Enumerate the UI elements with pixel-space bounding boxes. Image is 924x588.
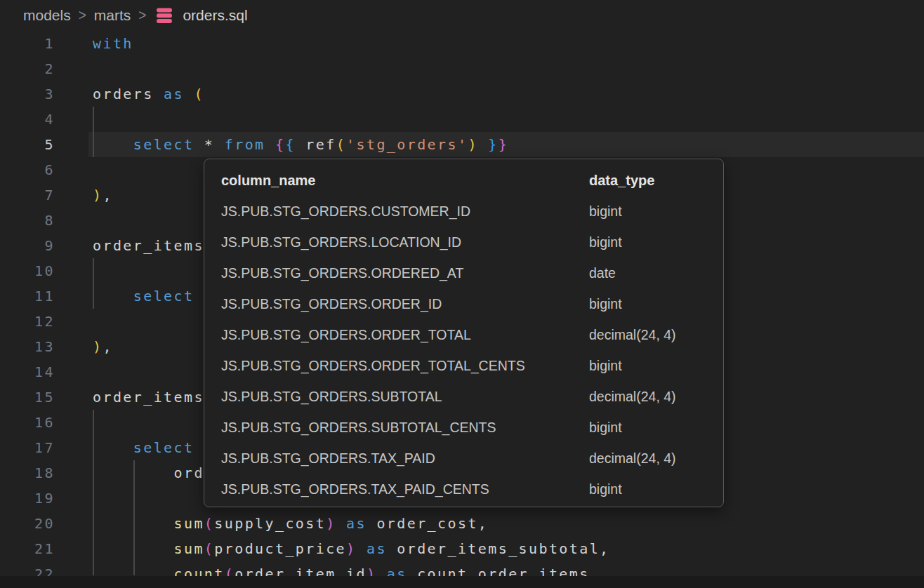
data-type-cell: decimal(24, 4): [589, 327, 676, 343]
code-line[interactable]: select * from {{ ref('stg_orders') }}: [93, 132, 610, 157]
data-type-cell: bigint: [589, 234, 622, 250]
code-token: as: [164, 86, 184, 102]
code-token: [93, 136, 133, 153]
code-token: (: [336, 136, 346, 153]
column-name-cell: JS.PUB.STG_ORDERS.SUBTOTAL: [221, 389, 589, 405]
chevron-right-icon: >: [138, 6, 146, 24]
column-info-hover-popup: column_name data_type JS.PUB.STG_ORDERS.…: [204, 159, 724, 507]
code-token: *: [194, 136, 224, 153]
table-row: JS.PUB.STG_ORDERS.SUBTOTALdecimal(24, 4): [221, 381, 723, 412]
column-name-cell: JS.PUB.STG_ORDERS.ORDER_TOTAL_CENTS: [221, 358, 589, 374]
breadcrumb-file-name[interactable]: orders.sql: [183, 7, 247, 24]
code-token: select: [133, 136, 194, 153]
line-number-gutter: 12345678910111213141516171819202122: [0, 31, 55, 587]
table-row: JS.PUB.STG_ORDERS.ORDER_IDbigint: [221, 288, 723, 319]
line-number[interactable]: 17: [0, 435, 55, 460]
line-number[interactable]: 2: [0, 56, 55, 81]
line-number[interactable]: 14: [0, 359, 55, 385]
code-line[interactable]: sum(supply_cost) as order_cost,: [93, 511, 610, 536]
code-line[interactable]: sum(product_price) as order_items_subtot…: [93, 536, 610, 561]
line-number[interactable]: 16: [0, 410, 55, 435]
line-number[interactable]: 6: [0, 157, 55, 182]
line-number[interactable]: 9: [0, 233, 55, 258]
breadcrumb-item-marts[interactable]: marts: [94, 7, 131, 24]
column-name-cell: JS.PUB.STG_ORDERS.TAX_PAID: [221, 450, 589, 467]
code-token: from: [225, 136, 265, 153]
line-number[interactable]: 8: [0, 208, 55, 233]
code-token: (: [204, 515, 214, 532]
chevron-right-icon: >: [79, 6, 86, 24]
code-token: (: [194, 86, 204, 102]
code-token: sum: [174, 540, 204, 557]
code-token: ): [93, 338, 103, 355]
code-line[interactable]: [93, 107, 610, 132]
data-type-cell: bigint: [589, 203, 622, 220]
indent-guide: [93, 107, 94, 157]
code-token: as: [367, 540, 387, 557]
line-number[interactable]: 10: [0, 258, 55, 283]
line-number[interactable]: 1: [0, 31, 55, 56]
table-row: JS.PUB.STG_ORDERS.TAX_PAIDdecimal(24, 4): [221, 443, 723, 474]
column-name-cell: JS.PUB.STG_ORDERS.TAX_PAID_CENTS: [221, 481, 589, 497]
line-number[interactable]: 5: [0, 132, 55, 157]
column-name-cell: JS.PUB.STG_ORDERS.ORDER_TOTAL: [221, 327, 589, 343]
column-name-cell: JS.PUB.STG_ORDERS.ORDERED_AT: [221, 265, 589, 281]
code-token: select: [133, 439, 194, 456]
code-token: (: [204, 540, 214, 557]
code-token: product_price: [214, 540, 346, 557]
line-number[interactable]: 7: [0, 182, 55, 208]
code-token: order_items: [93, 389, 204, 406]
column-name-header: column_name: [221, 173, 589, 189]
line-number[interactable]: 13: [0, 334, 55, 359]
code-token: [357, 540, 367, 557]
line-number[interactable]: 21: [0, 536, 55, 561]
line-number[interactable]: 3: [0, 81, 55, 107]
code-line[interactable]: orders as (: [93, 81, 610, 107]
breadcrumb: models > marts > orders.sql: [0, 0, 924, 31]
code-token: [478, 136, 488, 153]
code-token: ord: [93, 465, 204, 481]
code-token: [184, 86, 194, 102]
code-token: order_items_subtotal,: [387, 540, 610, 557]
table-row: JS.PUB.STG_ORDERS.SUBTOTAL_CENTSbigint: [221, 412, 723, 443]
code-token: {: [285, 136, 295, 153]
table-row: JS.PUB.STG_ORDERS.CUSTOMER_IDbigint: [221, 196, 723, 227]
line-number[interactable]: 12: [0, 309, 55, 334]
code-token: as: [346, 515, 367, 532]
table-row: JS.PUB.STG_ORDERS.ORDERED_ATdate: [221, 258, 723, 288]
code-token: [265, 136, 275, 153]
line-number[interactable]: 15: [0, 385, 55, 410]
data-type-cell: decimal(24, 4): [589, 450, 676, 467]
code-token: ): [468, 136, 477, 153]
code-line[interactable]: [93, 56, 610, 81]
code-token: {: [275, 136, 285, 153]
line-number[interactable]: 18: [0, 460, 55, 486]
data-type-cell: bigint: [589, 296, 622, 312]
data-type-cell: bigint: [589, 358, 622, 374]
breadcrumb-item-models[interactable]: models: [23, 7, 71, 24]
indent-guide: [133, 460, 135, 575]
line-number[interactable]: 4: [0, 107, 55, 132]
line-number[interactable]: 19: [0, 486, 55, 511]
code-editor-window: models > marts > orders.sql 123456789101…: [0, 0, 924, 588]
line-number[interactable]: 11: [0, 283, 55, 309]
table-row: JS.PUB.STG_ORDERS.TAX_PAID_CENTSbigint: [221, 474, 723, 505]
line-number[interactable]: 20: [0, 511, 55, 536]
code-token: ): [93, 187, 103, 203]
code-token: order_cost,: [367, 515, 488, 532]
table-row: JS.PUB.STG_ORDERS.ORDER_TOTALdecimal(24,…: [221, 319, 723, 350]
data-type-cell: bigint: [589, 420, 622, 436]
code-token: }: [488, 136, 498, 153]
code-token: [336, 515, 346, 532]
code-token: 'stg_orders': [346, 136, 468, 153]
database-icon: [154, 6, 174, 25]
code-line[interactable]: with: [93, 31, 610, 56]
code-token: orders: [93, 86, 164, 102]
code-token: with: [93, 35, 133, 52]
code-token: supply_cost: [214, 515, 326, 532]
data-type-cell: decimal(24, 4): [589, 389, 676, 405]
table-row: JS.PUB.STG_ORDERS.LOCATION_IDbigint: [221, 227, 723, 258]
code-token: [93, 439, 133, 456]
popup-header-row: column_name data_type: [221, 165, 723, 196]
code-token: ,: [103, 187, 112, 203]
